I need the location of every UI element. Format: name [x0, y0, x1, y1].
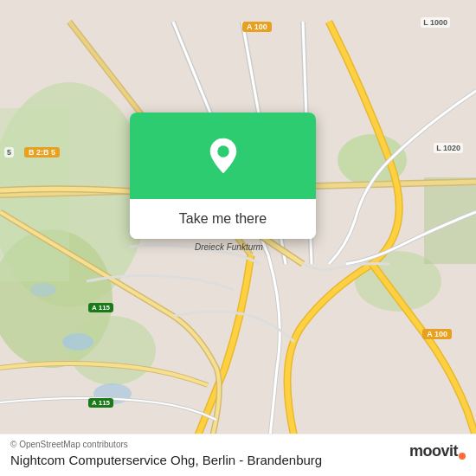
svg-point-5 — [62, 333, 93, 351]
moovit-text: moovit — [409, 442, 458, 460]
map-container: A 100 L 1000 L 1020 B 2:B 5 5 A 115 A 11… — [0, 0, 476, 476]
dreieck-label: Dreieck Funkturm — [195, 242, 263, 252]
take-me-there-button[interactable]: Take me there — [130, 199, 316, 239]
moovit-dot — [459, 453, 466, 460]
b285-label: B 2:B 5 — [24, 147, 60, 158]
svg-point-22 — [217, 145, 229, 158]
a100-right-label: A 100 — [422, 329, 452, 339]
l1000-label: L 1000 — [421, 17, 450, 28]
location-pin-icon — [204, 137, 242, 175]
popup-header — [130, 113, 316, 199]
svg-point-3 — [69, 316, 156, 385]
bottom-bar: © OpenStreetMap contributors Nightcom Co… — [0, 434, 476, 476]
place-name: Nightcom Computerservice Ohg, Berlin - B… — [10, 453, 466, 467]
a115-bottom-label: A 115 — [88, 398, 113, 408]
svg-point-7 — [30, 283, 56, 297]
a100-top-label: A 100 — [242, 22, 272, 32]
a115-center-label: A 115 — [88, 303, 113, 312]
popup-card: Take me there — [130, 113, 316, 239]
road5-label: 5 — [4, 147, 14, 158]
l1020-label: L 1020 — [434, 143, 463, 153]
moovit-logo: moovit — [409, 442, 466, 460]
attribution-text: © OpenStreetMap contributors — [10, 440, 466, 449]
